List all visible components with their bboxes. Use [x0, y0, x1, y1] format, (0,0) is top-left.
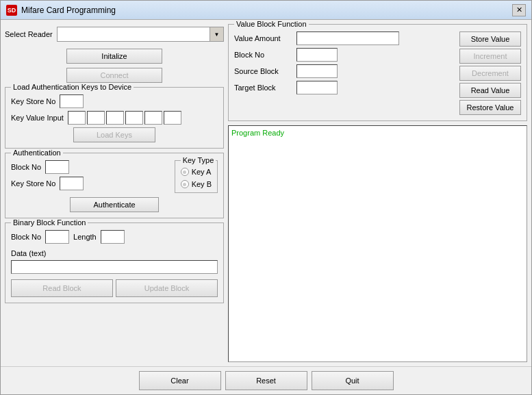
clear-button[interactable]: Clear	[139, 371, 221, 390]
key-value-input-3[interactable]	[106, 111, 124, 125]
bb-data-label: Data (text)	[11, 249, 46, 257]
vb-target-block-input[interactable]	[296, 81, 338, 94]
binary-block-group: Binary Block Function Block No Length Da…	[5, 222, 224, 303]
key-store-no-input[interactable]	[60, 94, 84, 108]
bb-buttons-row: Read Block Update Block	[11, 279, 218, 297]
auth-block-no-row: Block No	[11, 160, 169, 174]
vb-block-no-input[interactable]	[296, 48, 338, 62]
main-content: Select Reader ▼ Initalize Connect Load A…	[1, 20, 531, 366]
bb-block-no-input[interactable]	[45, 230, 69, 244]
dropdown-arrow-icon[interactable]: ▼	[210, 27, 223, 41]
auth-section: Block No Key Store No Key Type	[11, 160, 218, 193]
main-window: SD Mifare Card Programming ✕ Select Read…	[0, 0, 532, 395]
key-value-input-5[interactable]	[144, 111, 162, 125]
vb-value-amount-input[interactable]	[296, 31, 399, 45]
vb-value-amount-row: Value Amount	[234, 31, 455, 45]
bb-data-label-row: Data (text)	[11, 249, 218, 257]
vb-source-block-label: Source Block	[234, 67, 292, 75]
bottom-buttons: Clear Reset Quit	[1, 366, 531, 394]
key-b-row: Key B	[181, 180, 212, 188]
reader-dropdown[interactable]: ▼	[57, 27, 224, 42]
key-a-radio[interactable]	[181, 168, 189, 176]
key-value-input-4[interactable]	[125, 111, 143, 125]
window-title: Mifare Card Programming	[21, 5, 512, 15]
vb-block-no-row: Block No	[234, 48, 455, 62]
read-value-button[interactable]: Read Value	[459, 83, 521, 98]
binary-block-inner: Block No Length Data (text) Read Block U…	[11, 230, 218, 297]
increment-button[interactable]: Increment	[459, 49, 521, 64]
vb-value-amount-label: Value Amount	[234, 34, 292, 42]
key-value-input-6[interactable]	[164, 111, 181, 125]
auth-block-no-label: Block No	[11, 163, 41, 171]
auth-key-store-row: Key Store No	[11, 177, 169, 190]
read-block-button[interactable]: Read Block	[11, 279, 113, 297]
bb-length-input[interactable]	[101, 230, 125, 244]
vb-source-block-row: Source Block	[234, 64, 455, 78]
decrement-button[interactable]: Decrement	[459, 66, 521, 81]
vb-buttons: Store Value Increment Decrement Read Val…	[459, 31, 521, 115]
key-store-no-row: Key Store No	[11, 94, 218, 108]
bb-length-label: Length	[73, 233, 97, 241]
load-keys-button[interactable]: Load Keys	[73, 127, 155, 142]
authentication-title: Authentication	[11, 149, 63, 157]
close-button[interactable]: ✕	[512, 4, 526, 16]
title-bar: SD Mifare Card Programming ✕	[1, 1, 531, 20]
key-value-input-1[interactable]	[68, 111, 86, 125]
bb-block-no-row: Block No Length	[11, 230, 218, 244]
connect-button[interactable]: Connect	[66, 68, 162, 83]
load-auth-keys-group: Load Authentication Keys to Device Key S…	[5, 87, 224, 149]
store-value-button[interactable]: Store Value	[459, 31, 521, 47]
vb-target-block-row: Target Block	[234, 81, 455, 94]
select-reader-label: Select Reader	[5, 30, 53, 38]
vb-target-block-label: Target Block	[234, 84, 292, 92]
bb-data-input[interactable]	[11, 260, 218, 274]
key-a-label: Key A	[192, 168, 212, 176]
auth-key-store-input[interactable]	[60, 177, 84, 190]
value-block-title: Value Block Function	[234, 20, 309, 28]
restore-value-button[interactable]: Restore Value	[459, 100, 521, 115]
app-icon: SD	[6, 5, 17, 16]
reset-button[interactable]: Reset	[225, 371, 307, 390]
initialize-button[interactable]: Initalize	[66, 49, 162, 64]
auth-fields: Block No Key Store No	[11, 160, 169, 193]
load-auth-keys-title: Load Authentication Keys to Device	[11, 83, 134, 91]
auth-key-store-label: Key Store No	[11, 179, 55, 188]
left-panel: Select Reader ▼ Initalize Connect Load A…	[5, 24, 224, 362]
initialize-row: Initalize	[5, 49, 224, 64]
select-reader-row: Select Reader ▼	[5, 24, 224, 44]
key-type-box: Key Type Key A Key B	[175, 160, 218, 193]
right-panel: Value Block Function Value Amount Block …	[228, 24, 527, 362]
vb-fields: Value Amount Block No Source Block	[234, 31, 455, 115]
key-store-no-label: Key Store No	[11, 97, 55, 105]
bb-block-no-label: Block No	[11, 233, 41, 241]
key-value-input-2[interactable]	[87, 111, 105, 125]
key-a-row: Key A	[181, 168, 212, 176]
key-value-input-row: Key Value Input	[11, 111, 218, 125]
key-value-inputs-group	[68, 111, 181, 125]
vb-source-block-input[interactable]	[296, 64, 338, 78]
vb-inner: Value Amount Block No Source Block	[234, 31, 521, 115]
output-status-text: Program Ready	[231, 129, 284, 137]
key-b-label: Key B	[192, 180, 212, 188]
auth-block-no-input[interactable]	[45, 160, 69, 174]
key-value-input-label: Key Value Input	[11, 114, 64, 122]
binary-block-title: Binary Block Function	[11, 218, 88, 227]
update-block-button[interactable]: Update Block	[116, 279, 218, 297]
authentication-group: Authentication Block No Key Store No	[5, 153, 224, 218]
authenticate-button[interactable]: Authenticate	[70, 197, 159, 212]
quit-button[interactable]: Quit	[312, 371, 394, 390]
vb-block-no-label: Block No	[234, 51, 292, 59]
value-block-section: Value Block Function Value Amount Block …	[228, 24, 527, 121]
connect-row: Connect	[5, 68, 224, 83]
key-b-radio[interactable]	[181, 180, 189, 188]
output-area: Program Ready	[228, 125, 527, 362]
key-type-title: Key Type	[181, 156, 216, 164]
